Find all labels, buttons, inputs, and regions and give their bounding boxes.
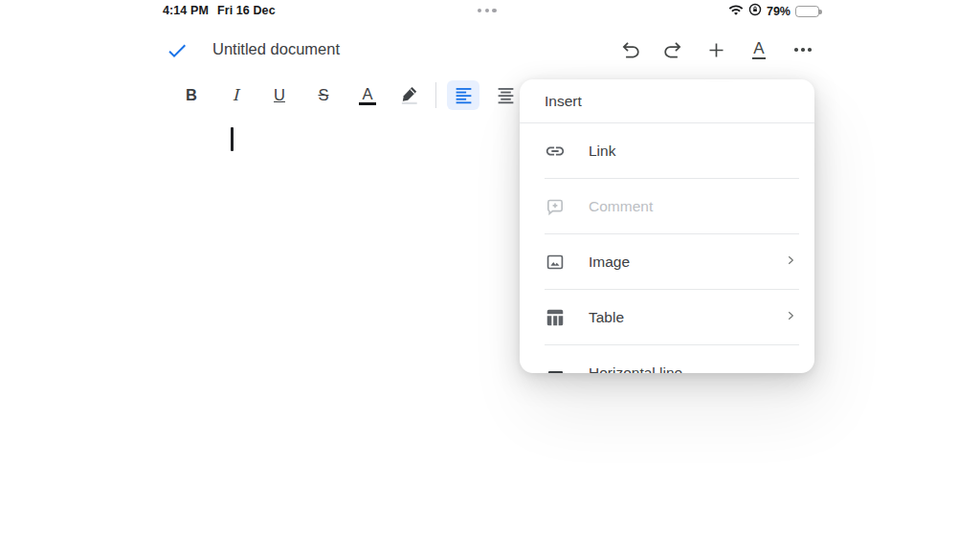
status-bar: 4:14 PM Fri 16 Dec 79% — [0, 0, 980, 21]
status-right-cluster: 79% — [728, 3, 819, 20]
menu-item-link[interactable]: Link — [520, 123, 814, 178]
menu-item-label: Image — [589, 253, 784, 271]
format-toolbar: B I U S A — [0, 80, 980, 111]
chevron-right-icon — [784, 309, 797, 326]
align-center-icon — [496, 85, 516, 105]
menu-item-table[interactable]: Table — [520, 290, 814, 344]
highlight-button[interactable] — [393, 80, 426, 110]
battery-percent: 79% — [767, 5, 791, 18]
chevron-right-icon — [784, 253, 797, 271]
menu-item-horizontal-line[interactable]: Horizontal line — [520, 345, 814, 373]
redo-button[interactable] — [659, 36, 686, 63]
wifi-icon — [728, 3, 744, 20]
bold-button[interactable]: B — [175, 80, 208, 110]
insert-menu-title: Insert — [520, 79, 814, 122]
highlighter-pen-icon — [399, 84, 421, 106]
battery-icon — [795, 6, 819, 17]
underline-button[interactable]: U — [263, 80, 296, 110]
table-icon — [545, 307, 566, 328]
align-center-button[interactable] — [489, 80, 522, 110]
toolbar-divider — [435, 82, 436, 108]
link-icon — [545, 141, 566, 162]
status-date: Fri 16 Dec — [217, 4, 276, 17]
status-time: 4:14 PM — [163, 4, 209, 17]
header-bar: Untitled document A — [0, 31, 980, 69]
rotation-lock-icon — [748, 3, 762, 20]
align-left-button[interactable] — [447, 80, 479, 110]
more-button[interactable] — [790, 36, 816, 63]
insert-button[interactable] — [702, 36, 729, 63]
plus-icon — [706, 40, 726, 60]
format-button[interactable]: A — [746, 36, 772, 63]
redo-icon — [663, 40, 683, 60]
status-time-date: 4:14 PM Fri 16 Dec — [163, 4, 276, 17]
menu-item-label: Link — [589, 143, 797, 160]
comment-add-icon — [545, 196, 566, 217]
align-left-icon — [454, 85, 474, 105]
multitask-indicator-icon[interactable] — [478, 9, 497, 12]
italic-button[interactable]: I — [219, 80, 252, 110]
strikethrough-button[interactable]: S — [307, 80, 340, 110]
undo-button[interactable] — [616, 36, 643, 63]
text-color-button[interactable]: A — [351, 80, 384, 110]
check-icon — [166, 39, 189, 66]
popup-caret — [705, 79, 734, 80]
more-dots-icon — [794, 48, 811, 52]
format-a-icon: A — [752, 40, 765, 59]
menu-item-label: Comment — [589, 198, 797, 215]
menu-item-label: Table — [589, 309, 784, 326]
horizontal-line-icon — [545, 363, 566, 374]
insert-menu: Insert Link Comment Image — [520, 79, 814, 373]
text-color-a-icon: A — [359, 85, 375, 105]
menu-item-comment: Comment — [520, 179, 814, 233]
undo-icon — [620, 40, 640, 60]
google-docs-ipad-screen: 4:14 PM Fri 16 Dec 79% Untitled document — [0, 0, 980, 551]
image-icon — [545, 252, 566, 273]
document-title[interactable]: Untitled document — [212, 40, 340, 58]
text-cursor — [231, 127, 234, 151]
menu-item-image[interactable]: Image — [520, 234, 814, 289]
menu-item-label: Horizontal line — [589, 364, 797, 374]
